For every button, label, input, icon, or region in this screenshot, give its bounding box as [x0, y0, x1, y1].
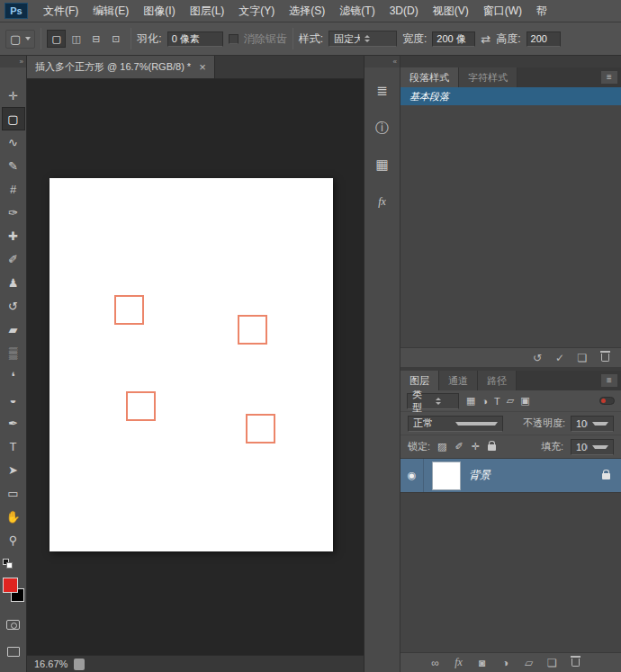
link-layers-icon[interactable]: ∞: [430, 657, 441, 669]
path-selection-tool[interactable]: ➤: [2, 458, 25, 481]
redefine-style-icon[interactable]: ↺: [532, 352, 543, 364]
foreground-color-swatch[interactable]: [3, 578, 18, 593]
panel-tab[interactable]: 路径: [478, 371, 517, 390]
gradient-tool[interactable]: ▒: [2, 341, 25, 364]
chevron-down-icon: [455, 422, 499, 426]
dodge-tool[interactable]: ◒: [2, 388, 25, 411]
trash-icon: [601, 354, 609, 362]
panel-menu-icon[interactable]: ≡: [601, 71, 617, 84]
filter-toggle[interactable]: [599, 397, 615, 405]
lock-image-icon[interactable]: ✐: [454, 441, 463, 452]
toolstrip-collapse-grip[interactable]: »: [0, 56, 26, 67]
delete-style-icon[interactable]: [599, 352, 610, 364]
new-selection-button[interactable]: ▢: [47, 30, 66, 48]
panel-tab[interactable]: 通道: [439, 371, 478, 390]
brush-tool[interactable]: ✐: [2, 247, 25, 271]
opacity-label: 不透明度:: [523, 417, 565, 430]
fill-select[interactable]: 100%: [571, 439, 614, 455]
antialias-checkbox[interactable]: [229, 34, 238, 44]
filter-pixel-layers-icon[interactable]: ▦: [466, 395, 475, 407]
document-page[interactable]: [50, 178, 333, 551]
swatches-panel-icon[interactable]: ▦: [368, 151, 397, 178]
spinner-down-arrow: [436, 402, 441, 405]
new-layer-icon[interactable]: ❏: [547, 657, 558, 669]
panel-tab[interactable]: 段落样式: [400, 67, 459, 87]
menu-item[interactable]: 图像(I): [136, 0, 182, 22]
delete-layer-icon[interactable]: [571, 657, 581, 669]
lock-all-icon[interactable]: [488, 442, 496, 452]
menu-item[interactable]: 滤镜(T): [332, 0, 382, 22]
layer-thumbnail[interactable]: [432, 461, 461, 490]
type-tool[interactable]: T: [2, 435, 25, 458]
paragraph-style-item[interactable]: 基本段落: [400, 87, 621, 105]
filter-smart-objects-icon[interactable]: ▣: [520, 395, 529, 407]
panel-tab[interactable]: 图层: [400, 371, 439, 390]
styles-panel-icon[interactable]: fx: [368, 188, 397, 215]
opacity-select[interactable]: 100%: [571, 416, 614, 432]
zoom-tool[interactable]: ⚲: [2, 528, 25, 551]
rectangle-tool[interactable]: ▭: [2, 481, 25, 505]
panel-menu-icon[interactable]: ≡: [601, 374, 617, 387]
hand-tool[interactable]: ✋: [2, 505, 25, 528]
dock-expand-grip[interactable]: «: [364, 56, 400, 67]
layer-visibility-toggle[interactable]: ◉: [400, 459, 424, 492]
height-input[interactable]: 200: [526, 31, 561, 47]
filter-shape-layers-icon[interactable]: ▱: [507, 395, 514, 407]
lock-position-icon[interactable]: ✛: [472, 441, 480, 452]
menu-item[interactable]: 窗口(W): [476, 0, 529, 22]
color-swatches: [3, 578, 24, 602]
close-icon[interactable]: ×: [199, 61, 206, 73]
blur-tool[interactable]: ❛: [2, 364, 25, 388]
info-panel-icon[interactable]: ⓘ: [368, 114, 397, 141]
lock-transparency-icon[interactable]: ▨: [437, 441, 446, 452]
tool-preset-picker[interactable]: ▢: [5, 30, 35, 49]
menu-item[interactable]: 文件(F): [36, 0, 86, 22]
feather-input[interactable]: 0 像素: [167, 31, 223, 47]
panel-tab[interactable]: 字符样式: [459, 67, 518, 87]
subtract-from-selection-button[interactable]: ⊟: [86, 30, 105, 48]
clone-stamp-tool[interactable]: ♟: [2, 271, 25, 294]
commit-icon[interactable]: ✓: [554, 352, 565, 364]
menu-item[interactable]: 图层(L): [183, 0, 232, 22]
quick-mask-button[interactable]: [2, 613, 25, 636]
layer-mask-icon[interactable]: ◙: [477, 657, 488, 669]
history-brush-tool[interactable]: ↺: [2, 294, 25, 318]
crop-tool[interactable]: #: [2, 177, 25, 201]
filter-type-layers-icon[interactable]: T: [494, 396, 500, 407]
move-tool[interactable]: ✛: [2, 84, 25, 107]
new-style-icon[interactable]: ❏: [577, 352, 588, 364]
menu-item[interactable]: 文字(Y): [231, 0, 282, 22]
menu-item[interactable]: 选择(S): [282, 0, 332, 22]
adjustment-layer-icon[interactable]: ◑: [500, 657, 511, 669]
pen-tool[interactable]: ✒: [2, 411, 25, 435]
canvas[interactable]: [27, 79, 364, 655]
eyedropper-tool[interactable]: ✑: [2, 201, 25, 224]
style-select[interactable]: 固定大小: [328, 31, 397, 47]
layer-group-icon[interactable]: ▱: [524, 657, 535, 669]
screen-mode-button[interactable]: [2, 640, 25, 663]
width-input[interactable]: 200 像: [432, 31, 475, 47]
add-to-selection-button[interactable]: ◫: [67, 30, 86, 48]
eraser-tool[interactable]: ▰: [2, 318, 25, 341]
filter-icon-list: ▦◑T▱▣: [466, 395, 530, 407]
menu-item[interactable]: 视图(V): [426, 0, 476, 22]
menu-item[interactable]: 帮: [529, 0, 554, 22]
lasso-tool[interactable]: ∿: [2, 130, 25, 154]
menu-item[interactable]: 3D(D): [382, 0, 426, 22]
zoom-level[interactable]: 16.67%: [34, 659, 68, 669]
photoshop-window: Ps 文件(F)编辑(E)图像(I)图层(L)文字(Y)选择(S)滤镜(T)3D…: [0, 0, 621, 672]
quick-selection-tool[interactable]: ✎: [2, 154, 25, 177]
blend-mode-select[interactable]: 正常: [408, 416, 503, 432]
swap-dimensions-icon[interactable]: ⇄: [481, 32, 490, 46]
layer-row[interactable]: ◉背景: [400, 459, 621, 493]
document-tab[interactable]: 插入多个正方形 @ 16.7%(RGB/8) * ×: [27, 56, 215, 78]
paragraph-panel-icon[interactable]: ≣: [368, 77, 397, 104]
intersect-selection-button[interactable]: ⊡: [106, 30, 125, 48]
layer-effects-icon[interactable]: fx: [454, 657, 464, 669]
filter-type-select[interactable]: 类型: [407, 393, 459, 409]
rectangular-marquee-tool[interactable]: ▢: [2, 107, 25, 130]
spot-healing-brush-tool[interactable]: ✚: [2, 224, 25, 247]
default-colors-icon[interactable]: [3, 559, 14, 570]
filter-adjustment-layers-icon[interactable]: ◑: [482, 396, 488, 407]
menu-item[interactable]: 编辑(E): [86, 0, 136, 22]
